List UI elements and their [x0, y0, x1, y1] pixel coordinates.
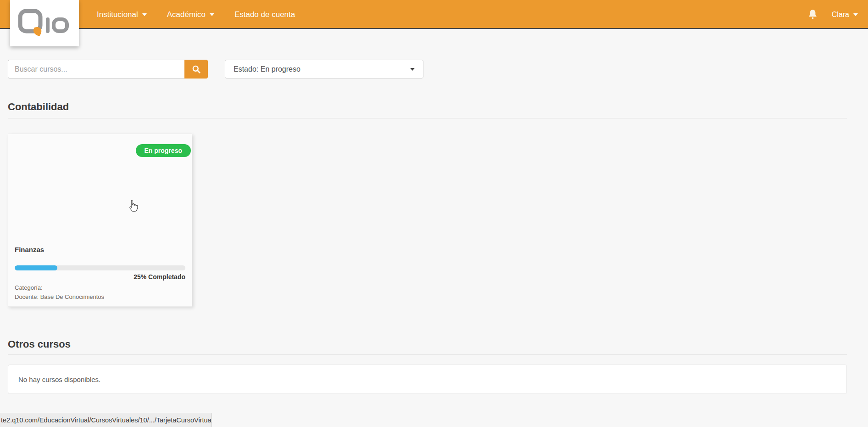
notifications-bell-icon[interactable]	[807, 9, 818, 20]
section-title-contabilidad: Contabilidad	[8, 101, 69, 113]
status-badge: En progreso	[136, 144, 191, 157]
link-preview-url: te2.q10.com/EducacionVirtual/CursosVirtu…	[1, 416, 212, 424]
nav-item-label: Institucional	[97, 10, 138, 19]
section-divider	[8, 118, 847, 118]
top-navbar: Institucional Académico Estado de cuenta…	[0, 0, 868, 29]
nav-item-academico[interactable]: Académico	[167, 10, 214, 19]
course-title: Finanzas	[15, 246, 44, 253]
search-button[interactable]	[184, 60, 208, 79]
q10-logo[interactable]	[10, 0, 79, 46]
status-filter-value: Estado: En progreso	[234, 65, 300, 73]
status-filter-dropdown[interactable]: Estado: En progreso	[225, 60, 423, 79]
progress-bar	[15, 265, 185, 270]
course-search	[8, 60, 208, 79]
course-teacher: Docente: Base De Conocimientos	[15, 293, 104, 300]
nav-item-label: Académico	[167, 10, 206, 19]
navbar-right-group: Clara	[807, 0, 858, 29]
progress-label: 25% Completado	[134, 273, 185, 281]
chevron-down-icon	[410, 68, 415, 71]
search-icon	[192, 65, 201, 74]
empty-courses-message-box: No hay cursos disponibles.	[8, 365, 847, 394]
empty-courses-message: No hay cursos disponibles.	[18, 376, 100, 383]
q10-logo-icon	[17, 9, 72, 38]
search-input[interactable]	[8, 60, 184, 79]
course-card-finanzas[interactable]: En progreso Finanzas 25% Completado Cate…	[8, 134, 192, 307]
chevron-down-icon	[142, 13, 147, 16]
user-name: Clara	[832, 11, 849, 19]
link-preview-bar: te2.q10.com/EducacionVirtual/CursosVirtu…	[0, 413, 212, 427]
nav-item-institucional[interactable]: Institucional	[97, 10, 147, 19]
hand-cursor-icon	[127, 199, 139, 214]
section-title-otros-cursos: Otros cursos	[8, 338, 71, 350]
chevron-down-icon	[853, 13, 858, 16]
course-category: Categoría:	[15, 284, 43, 291]
nav-item-label: Estado de cuenta	[234, 10, 295, 19]
main-navigation: Institucional Académico Estado de cuenta	[97, 0, 295, 29]
user-menu[interactable]: Clara	[832, 11, 858, 19]
chevron-down-icon	[210, 13, 214, 16]
progress-fill	[15, 265, 57, 270]
section-divider	[8, 354, 847, 355]
nav-item-estado-de-cuenta[interactable]: Estado de cuenta	[234, 10, 295, 19]
